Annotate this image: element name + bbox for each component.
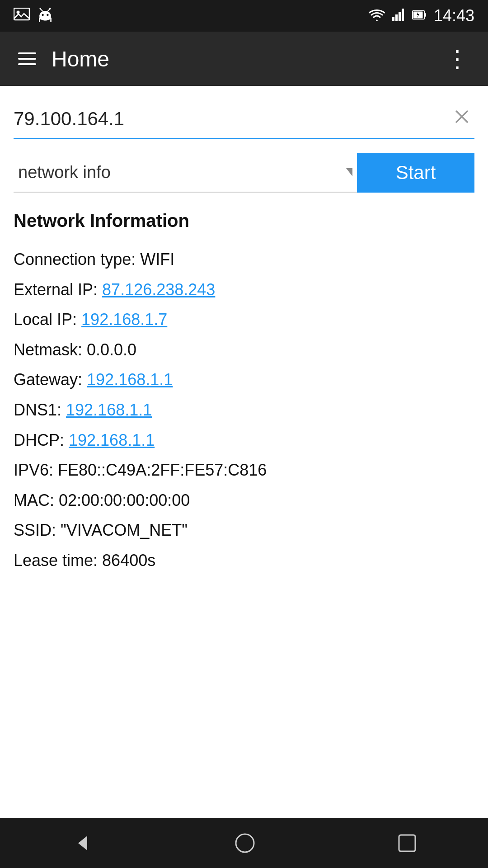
- connection-type: Connection type: WIFI: [14, 245, 474, 275]
- svg-rect-0: [14, 8, 29, 20]
- svg-rect-3: [39, 13, 51, 19]
- section-title: Network Information: [14, 211, 474, 231]
- close-icon: [454, 108, 470, 125]
- app-bar: Home ⋮: [0, 32, 488, 86]
- hamburger-line: [18, 52, 36, 54]
- svg-rect-14: [399, 12, 401, 21]
- svg-rect-23: [399, 835, 415, 851]
- svg-point-1: [17, 11, 20, 14]
- more-options-button[interactable]: ⋮: [441, 42, 474, 75]
- recents-icon: [397, 833, 417, 853]
- svg-point-9: [49, 8, 51, 9]
- chevron-down-icon: [346, 168, 352, 176]
- status-bar: 14:43: [0, 0, 488, 32]
- android-icon: [37, 7, 53, 25]
- home-circle-icon: [234, 832, 256, 854]
- home-button[interactable]: [227, 825, 263, 861]
- dhcp-link[interactable]: 192.168.1.1: [69, 431, 155, 449]
- gateway-link[interactable]: 192.168.1.1: [87, 370, 173, 389]
- external-ip-row: External IP: 87.126.238.243: [14, 275, 474, 305]
- hamburger-button[interactable]: [14, 48, 41, 70]
- more-icon: ⋮: [446, 46, 470, 72]
- dns1-label: DNS1:: [14, 401, 66, 419]
- network-information-section: Network Information Connection type: WIF…: [14, 211, 474, 576]
- gateway-row: Gateway: 192.168.1.1: [14, 365, 474, 395]
- local-ip-link[interactable]: 192.168.1.7: [81, 310, 167, 329]
- svg-rect-18: [424, 13, 426, 17]
- ip-input-container: [14, 104, 474, 139]
- dropdown-value: network info: [18, 163, 343, 182]
- svg-rect-13: [395, 14, 398, 21]
- external-ip-label: External IP:: [14, 280, 102, 299]
- gateway-label: Gateway:: [14, 370, 87, 389]
- main-content: network info Start Network Information C…: [0, 86, 488, 818]
- back-icon: [71, 832, 93, 854]
- image-icon: [14, 8, 30, 24]
- clear-button[interactable]: [449, 104, 474, 133]
- recents-button[interactable]: [390, 826, 424, 860]
- status-time: 14:43: [434, 6, 474, 25]
- lease-time-row: Lease time: 86400s: [14, 546, 474, 576]
- dropdown-container[interactable]: network info: [14, 153, 357, 193]
- svg-rect-12: [392, 17, 394, 21]
- dns1-link[interactable]: 192.168.1.1: [66, 401, 152, 419]
- bottom-nav: [0, 818, 488, 868]
- local-ip-label: Local IP:: [14, 310, 81, 329]
- status-bar-left: [14, 7, 53, 25]
- signal-icon: [392, 9, 405, 23]
- local-ip-row: Local IP: 192.168.1.7: [14, 305, 474, 335]
- back-button[interactable]: [64, 825, 100, 861]
- svg-rect-15: [402, 9, 404, 21]
- ipv6-row: IPV6: FE80::C49A:2FF:FE57:C816: [14, 455, 474, 486]
- dhcp-label: DHCP:: [14, 431, 69, 449]
- svg-marker-21: [78, 836, 87, 850]
- ip-input[interactable]: [14, 108, 449, 130]
- dns1-row: DNS1: 192.168.1.1: [14, 395, 474, 425]
- svg-point-5: [47, 14, 49, 16]
- external-ip-link[interactable]: 87.126.238.243: [102, 280, 215, 299]
- battery-icon: [412, 9, 427, 23]
- start-button[interactable]: Start: [357, 153, 474, 193]
- svg-point-4: [42, 14, 44, 16]
- network-info-content: Connection type: WIFI External IP: 87.12…: [14, 245, 474, 576]
- hamburger-line: [18, 63, 36, 65]
- wifi-icon: [369, 9, 385, 22]
- mac-row: MAC: 02:00:00:00:00:00: [14, 486, 474, 516]
- status-bar-right: 14:43: [369, 6, 474, 25]
- svg-point-22: [236, 834, 254, 852]
- hamburger-line: [18, 58, 36, 60]
- dhcp-row: DHCP: 192.168.1.1: [14, 425, 474, 456]
- action-row: network info Start: [14, 153, 474, 193]
- app-title: Home: [52, 47, 441, 71]
- ssid-row: SSID: "VIVACOM_NET": [14, 515, 474, 546]
- svg-point-8: [39, 8, 41, 9]
- netmask-row: Netmask: 0.0.0.0: [14, 335, 474, 365]
